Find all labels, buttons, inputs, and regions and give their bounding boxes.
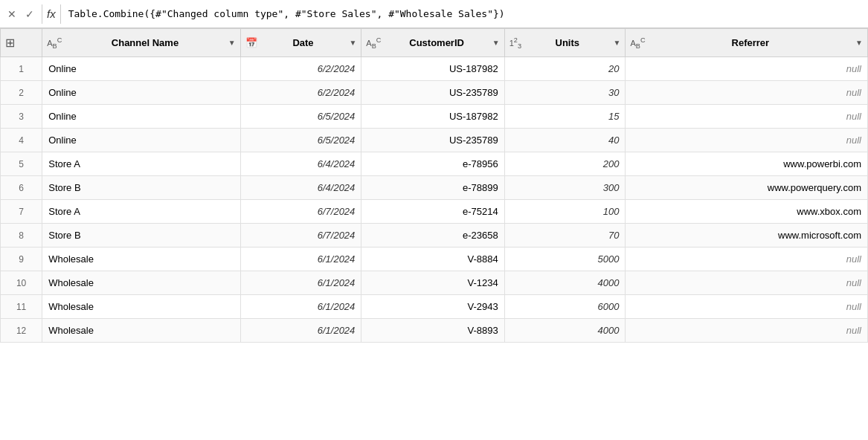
- col-header-units[interactable]: 123 Units ▼: [504, 29, 626, 57]
- row-number: 7: [1, 200, 42, 224]
- table-row: 6Store B6/4/2024e-78899300www.powerquery…: [1, 176, 868, 200]
- row-number: 10: [1, 271, 42, 295]
- col-header-date[interactable]: 📅 Date ▼: [240, 29, 361, 57]
- row-number: 2: [1, 81, 42, 105]
- row-number: 8: [1, 224, 42, 248]
- cell-units: 4000: [504, 271, 626, 295]
- cell-customerid: V-1234: [361, 271, 504, 295]
- data-table: ⊞ ABC Channel Name ▼ 📅 Date ▼: [0, 28, 868, 343]
- cell-channel: Store B: [42, 224, 240, 248]
- formula-bar: ✕ ✓ fx: [0, 0, 868, 28]
- col-type-icon-custid: ABC: [366, 36, 381, 50]
- col-label-date: Date: [260, 37, 347, 48]
- table-row: 4Online6/5/2024US-23578940null: [1, 129, 868, 152]
- cell-customerid: e-75214: [361, 200, 504, 224]
- cell-date: 6/1/2024: [240, 248, 361, 271]
- cell-referrer: null: [626, 81, 868, 105]
- cell-units: 4000: [504, 319, 626, 343]
- row-num-header: ⊞: [1, 29, 42, 57]
- cell-customerid: e-78899: [361, 176, 504, 200]
- col-label-custid: CustomerID: [384, 37, 489, 48]
- row-number: 4: [1, 129, 42, 152]
- cell-units: 5000: [504, 248, 626, 271]
- cell-units: 300: [504, 176, 626, 200]
- cell-channel: Wholesale: [42, 248, 240, 271]
- col-dropdown-referrer[interactable]: ▼: [855, 39, 863, 47]
- cell-channel: Online: [42, 105, 240, 129]
- col-header-referrer[interactable]: ABC Referrer ▼: [626, 29, 868, 57]
- cell-channel: Online: [42, 81, 240, 105]
- cell-referrer: www.powerquery.com: [626, 176, 868, 200]
- cell-customerid: V-8893: [361, 319, 504, 343]
- table-body: 1Online6/2/2024US-18798220null2Online6/2…: [1, 57, 868, 343]
- cell-customerid: US-235789: [361, 81, 504, 105]
- table-row: 10Wholesale6/1/2024V-12344000null: [1, 271, 868, 295]
- col-dropdown-date[interactable]: ▼: [349, 39, 356, 47]
- table-row: 3Online6/5/2024US-18798215null: [1, 105, 868, 129]
- cell-date: 6/1/2024: [240, 271, 361, 295]
- cell-channel: Online: [42, 57, 240, 81]
- cell-customerid: e-78956: [361, 152, 504, 176]
- cell-referrer: null: [626, 105, 868, 129]
- table-row: 5Store A6/4/2024e-78956200www.powerbi.co…: [1, 152, 868, 176]
- row-number: 12: [1, 319, 42, 343]
- table-row: 1Online6/2/2024US-18798220null: [1, 57, 868, 81]
- formula-bar-icons: ✕ ✓: [4, 7, 37, 22]
- row-number: 1: [1, 57, 42, 81]
- row-number: 6: [1, 176, 42, 200]
- table-row: 9Wholesale6/1/2024V-88845000null: [1, 248, 868, 271]
- cell-date: 6/7/2024: [240, 200, 361, 224]
- cell-units: 70: [504, 224, 626, 248]
- cell-customerid: V-2943: [361, 295, 504, 319]
- col-type-icon-units: 123: [509, 36, 521, 50]
- cell-channel: Online: [42, 129, 240, 152]
- table-grid-icon: ⊞: [5, 36, 15, 50]
- cell-referrer: null: [626, 57, 868, 81]
- row-number: 5: [1, 152, 42, 176]
- col-dropdown-channel[interactable]: ▼: [228, 39, 236, 47]
- col-dropdown-custid[interactable]: ▼: [492, 39, 500, 47]
- cell-referrer: www.xbox.com: [626, 200, 868, 224]
- table-row: 2Online6/2/2024US-23578930null: [1, 81, 868, 105]
- row-number: 11: [1, 295, 42, 319]
- cell-units: 200: [504, 152, 626, 176]
- formula-input[interactable]: [65, 7, 864, 21]
- cell-referrer: null: [626, 248, 868, 271]
- fx-label: fx: [42, 4, 61, 24]
- table-row: 8Store B6/7/2024e-2365870www.microsoft.c…: [1, 224, 868, 248]
- cell-units: 40: [504, 129, 626, 152]
- col-type-icon-date: 📅: [245, 37, 257, 48]
- cell-customerid: US-187982: [361, 105, 504, 129]
- cell-units: 30: [504, 81, 626, 105]
- cell-channel: Store B: [42, 176, 240, 200]
- table-row: 7Store A6/7/2024e-75214100www.xbox.com: [1, 200, 868, 224]
- cell-channel: Store A: [42, 200, 240, 224]
- cell-channel: Wholesale: [42, 319, 240, 343]
- close-icon[interactable]: ✕: [4, 7, 19, 22]
- cell-customerid: US-235789: [361, 129, 504, 152]
- cell-referrer: null: [626, 271, 868, 295]
- cell-referrer: www.microsoft.com: [626, 224, 868, 248]
- cell-date: 6/4/2024: [240, 152, 361, 176]
- col-dropdown-units[interactable]: ▼: [614, 39, 621, 47]
- table-container: ⊞ ABC Channel Name ▼ 📅 Date ▼: [0, 28, 868, 343]
- row-number: 9: [1, 248, 42, 271]
- col-type-icon-channel: ABC: [47, 36, 62, 50]
- col-header-channel[interactable]: ABC Channel Name ▼: [42, 29, 240, 57]
- cell-date: 6/1/2024: [240, 295, 361, 319]
- cell-date: 6/5/2024: [240, 105, 361, 129]
- cell-date: 6/2/2024: [240, 81, 361, 105]
- cell-referrer: null: [626, 295, 868, 319]
- cell-channel: Wholesale: [42, 271, 240, 295]
- cell-referrer: null: [626, 129, 868, 152]
- col-label-channel: Channel Name: [65, 37, 225, 48]
- col-header-custid[interactable]: ABC CustomerID ▼: [361, 29, 504, 57]
- col-label-referrer: Referrer: [649, 37, 853, 48]
- col-label-units: Units: [524, 37, 611, 48]
- cell-channel: Store A: [42, 152, 240, 176]
- cell-units: 20: [504, 57, 626, 81]
- check-icon[interactable]: ✓: [22, 7, 37, 22]
- cell-units: 100: [504, 200, 626, 224]
- cell-date: 6/4/2024: [240, 176, 361, 200]
- table-row: 12Wholesale6/1/2024V-88934000null: [1, 319, 868, 343]
